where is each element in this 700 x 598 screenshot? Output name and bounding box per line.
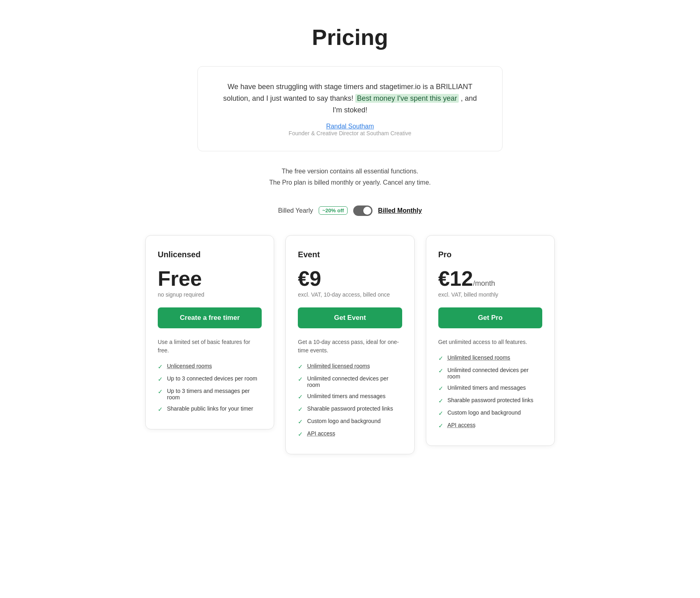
testimonial-card: We have been struggling with stage timer…: [197, 66, 503, 151]
checkmark-icon: ✓: [158, 376, 163, 383]
plan-price-row-unlicensed: Free: [158, 268, 262, 289]
list-item: ✓Up to 3 connected devices per room: [158, 375, 262, 383]
plan-price-pro: €12: [438, 267, 473, 290]
plan-price-row-pro: €12/month: [438, 268, 542, 289]
checkmark-icon: ✓: [298, 418, 303, 425]
checkmark-icon: ✓: [438, 410, 444, 417]
list-item: ✓Unlimited timers and messages: [298, 393, 402, 401]
list-item: ✓Unlimited licensed rooms: [438, 354, 542, 362]
plan-card-unlicensed: UnlicensedFreeno signup requiredCreate a…: [145, 235, 274, 429]
feature-text-event-2: Unlimited timers and messages: [307, 393, 385, 399]
testimonial-author-link[interactable]: Randal Southam: [326, 123, 374, 130]
checkmark-icon: ✓: [298, 363, 303, 370]
list-item: ✓Unlimited licensed rooms: [298, 363, 402, 370]
checkmark-icon: ✓: [158, 363, 163, 370]
list-item: ✓API access: [298, 430, 402, 438]
plan-price-suffix-pro: /month: [473, 279, 495, 287]
plan-description-unlicensed: Use a limited set of basic features for …: [158, 338, 262, 355]
plan-price-unlicensed: Free: [158, 267, 202, 290]
list-item: ✓Sharable password protected links: [438, 397, 542, 405]
plan-description-event: Get a 10-day access pass, ideal for one-…: [298, 338, 402, 355]
feature-text-event-3: Sharable password protected links: [307, 405, 393, 412]
subtitle-line2: The Pro plan is billed monthly or yearly…: [145, 177, 555, 188]
testimonial-role: Founder & Creative Director at Southam C…: [222, 130, 478, 136]
feature-list-event: ✓Unlimited licensed rooms✓Unlimited conn…: [298, 363, 402, 438]
billing-toggle-row: Billed Yearly ~20% off Billed Monthly: [145, 205, 555, 216]
toggle-knob: [363, 207, 371, 215]
checkmark-icon: ✓: [298, 406, 303, 413]
plan-card-pro: Pro€12/monthexcl. VAT, billed monthlyGet…: [426, 235, 555, 446]
feature-text-pro-4: Custom logo and background: [448, 409, 521, 416]
checkmark-icon: ✓: [298, 393, 303, 401]
checkmark-icon: ✓: [298, 376, 303, 383]
list-item: ✓Unlimited connected devices per room: [438, 367, 542, 380]
plans-grid: UnlicensedFreeno signup requiredCreate a…: [145, 235, 555, 454]
feature-text-pro-3: Sharable password protected links: [448, 397, 533, 403]
testimonial-text: We have been struggling with stage timer…: [222, 81, 478, 116]
checkmark-icon: ✓: [158, 388, 163, 395]
feature-text-unlicensed-2: Up to 3 timers and messages per room: [167, 388, 262, 401]
plan-name-event: Event: [298, 250, 402, 259]
feature-text-event-4: Custom logo and background: [307, 418, 381, 424]
billing-toggle[interactable]: [353, 205, 372, 216]
checkmark-icon: ✓: [438, 367, 444, 374]
checkmark-icon: ✓: [438, 355, 444, 362]
plan-cta-button-event[interactable]: Get Event: [298, 307, 402, 328]
plan-billing-note-event: excl. VAT, 10-day access, billed once: [298, 291, 402, 298]
feature-text-unlicensed-0[interactable]: Unlicensed rooms: [167, 363, 212, 369]
subtitle-line1: The free version contains all essential …: [145, 166, 555, 177]
plan-card-event: Event€9excl. VAT, 10-day access, billed …: [285, 235, 414, 454]
plan-description-pro: Get unlimited access to all features.: [438, 338, 542, 346]
plan-billing-note-unlicensed: no signup required: [158, 291, 262, 298]
checkmark-icon: ✓: [438, 422, 444, 429]
feature-list-unlicensed: ✓Unlicensed rooms✓Up to 3 connected devi…: [158, 363, 262, 413]
checkmark-icon: ✓: [438, 397, 444, 405]
feature-text-unlicensed-1: Up to 3 connected devices per room: [167, 375, 257, 382]
feature-text-unlicensed-3: Sharable public links for your timer: [167, 405, 253, 412]
plan-cta-button-unlicensed[interactable]: Create a free timer: [158, 307, 262, 328]
subtitle: The free version contains all essential …: [145, 166, 555, 187]
list-item: ✓Unlicensed rooms: [158, 363, 262, 370]
feature-text-event-0[interactable]: Unlimited licensed rooms: [307, 363, 370, 369]
plan-price-event: €9: [298, 267, 321, 290]
list-item: ✓Custom logo and background: [298, 418, 402, 425]
feature-text-event-1: Unlimited connected devices per room: [307, 375, 402, 388]
billing-monthly-label: Billed Monthly: [378, 207, 422, 214]
feature-list-pro: ✓Unlimited licensed rooms✓Unlimited conn…: [438, 354, 542, 429]
list-item: ✓Unlimited connected devices per room: [298, 375, 402, 388]
list-item: ✓Custom logo and background: [438, 409, 542, 417]
feature-text-pro-1: Unlimited connected devices per room: [448, 367, 542, 380]
list-item: ✓Up to 3 timers and messages per room: [158, 388, 262, 401]
plan-name-unlicensed: Unlicensed: [158, 250, 262, 259]
checkmark-icon: ✓: [298, 431, 303, 438]
feature-text-pro-5[interactable]: API access: [448, 422, 476, 428]
list-item: ✓Sharable public links for your timer: [158, 405, 262, 413]
testimonial-highlight: Best money I've spent this year: [355, 94, 459, 103]
discount-badge: ~20% off: [319, 206, 348, 215]
checkmark-icon: ✓: [438, 385, 444, 392]
plan-price-row-event: €9: [298, 268, 402, 289]
checkmark-icon: ✓: [158, 406, 163, 413]
page-title: Pricing: [145, 24, 555, 50]
feature-text-pro-0[interactable]: Unlimited licensed rooms: [448, 354, 510, 361]
plan-billing-note-pro: excl. VAT, billed monthly: [438, 291, 542, 298]
list-item: ✓Unlimited timers and messages: [438, 384, 542, 392]
feature-text-event-5[interactable]: API access: [307, 430, 335, 437]
list-item: ✓Sharable password protected links: [298, 405, 402, 413]
plan-name-pro: Pro: [438, 250, 542, 259]
billing-yearly-label: Billed Yearly: [278, 207, 313, 214]
plan-cta-button-pro[interactable]: Get Pro: [438, 307, 542, 328]
feature-text-pro-2: Unlimited timers and messages: [448, 384, 526, 391]
list-item: ✓API access: [438, 422, 542, 429]
